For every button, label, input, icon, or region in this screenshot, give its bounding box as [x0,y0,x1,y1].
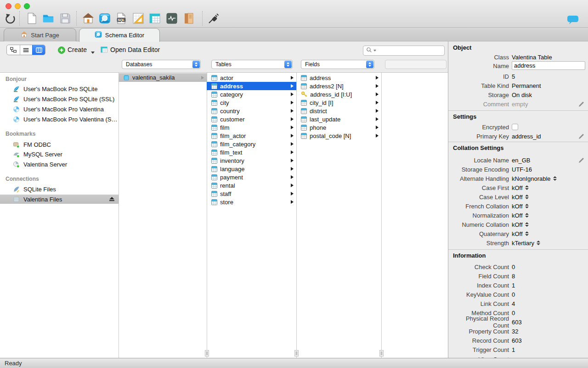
table-row-film-text[interactable]: film_text [207,148,296,156]
field-row-address-id[interactable]: address_id [I:U] [296,90,381,98]
schema-editor-icon[interactable] [99,12,111,24]
table-row-film-actor[interactable]: film_actor [207,132,296,140]
case-level-dropdown[interactable]: Case LevelkOff [448,192,588,201]
edit-pencil-icon[interactable] [578,133,584,141]
table-row-film[interactable]: film [207,123,296,132]
table-icon [211,92,217,98]
table-row-language[interactable]: language [207,165,296,173]
open-folder-icon[interactable] [42,12,54,24]
table-row-country[interactable]: country [207,107,296,115]
undo-icon[interactable] [5,12,17,24]
sidebar-item-mysql-server[interactable]: MySQL Server [0,150,119,159]
table-row-store[interactable]: store [207,198,296,206]
sidebar-item-valentina-bonjour[interactable]: User's MacBook Pro Valentina [0,104,119,114]
toolbar-separator [202,11,203,26]
sidebar-item-fm-odbc[interactable]: FM ODBC [0,140,119,149]
close-window-button[interactable] [6,3,11,9]
tab-start-page[interactable]: Start Page [4,28,76,41]
alternate-handling-dropdown[interactable]: Alternate HandlingkNonIgnorable [448,174,588,183]
key-icon [301,91,307,98]
list-view-button[interactable] [20,45,33,55]
field-icon [301,133,307,139]
sidebar-item-sqlite-files[interactable]: SQLite Files [0,184,119,194]
tables-kind-dropdown[interactable]: Tables [211,60,293,69]
id-label: ID [448,73,512,80]
edit-pencil-icon[interactable] [578,101,584,109]
sidebar-item-sqlite-ssl-bonjour[interactable]: User's MacBook Pro SQLite (SSL) [0,94,119,104]
search-options-caret[interactable] [373,50,376,52]
field-row-postal-code[interactable]: postal_code [N] [296,132,381,140]
numeric-collation-dropdown[interactable]: Numeric CollationkOff [448,220,588,229]
column-resize-grip[interactable] [294,350,299,356]
table-row-category[interactable]: category [207,90,296,98]
home-icon[interactable] [82,12,94,24]
zoom-window-button[interactable] [24,3,30,9]
table-icon [211,174,217,180]
column-resize-grip[interactable] [205,350,209,356]
databases-kind-dropdown[interactable]: Databases [122,60,201,69]
table-icon[interactable] [149,12,161,24]
field-row-address2[interactable]: address2 [N] [296,82,381,90]
record-count-label: Record Count [448,337,512,344]
column-resize-grip[interactable] [379,350,384,356]
table-row-inventory[interactable]: inventory [207,156,296,165]
table-row-actor[interactable]: actor [207,74,296,82]
table-row-city[interactable]: city [207,98,296,107]
column-view-button[interactable] [32,45,45,55]
chat-bubble-icon[interactable] [567,14,579,26]
create-button[interactable]: Create [68,45,87,55]
sidebar-item-valentina-files[interactable]: Valentina Files [0,195,119,204]
valentina-bonjour-icon [13,106,20,113]
sql-document-icon[interactable]: SQL [115,12,127,24]
fields-kind-dropdown[interactable]: Fields [301,60,374,69]
table-row-film-category[interactable]: film_category [207,140,296,148]
name-field[interactable] [512,61,585,70]
tab-label: Start Page [31,32,59,39]
field-row-phone[interactable]: phone [296,123,381,132]
sidebar-item-valentina-server[interactable]: Valentina Server [0,160,119,169]
edit-pencil-icon[interactable] [578,157,584,165]
search-input[interactable] [363,46,445,56]
table-row-payment[interactable]: payment [207,173,296,181]
eject-icon[interactable] [109,196,115,203]
field-row-address[interactable]: address [296,74,381,82]
field-row-city-id[interactable]: city_id [I] [296,98,381,107]
create-plus-icon[interactable] [58,46,65,55]
tree-view-button[interactable] [7,45,20,55]
quaternary-dropdown[interactable]: QuaternarykOff [448,229,588,238]
field-icon [301,83,307,89]
database-icon [123,75,130,81]
table-row-customer[interactable]: customer [207,115,296,123]
case-first-dropdown[interactable]: Case FirstkOff [448,183,588,192]
minimize-window-button[interactable] [15,3,21,9]
tab-schema-editor[interactable]: Schema Editor [79,28,160,42]
disclosure-arrow-icon [376,134,379,138]
table-row-address[interactable]: address [207,82,296,90]
encrypted-checkbox[interactable] [512,124,518,130]
log-book-icon[interactable] [183,12,195,24]
sidebar-item-sqlite-bonjour[interactable]: User's MacBook Pro SQLite [0,84,119,93]
sidebar-item-valentina-ssl-bonjour[interactable]: User's MacBook Pro Valentina (S… [0,115,119,124]
normalization-value: kOff [512,212,523,219]
field-row-district[interactable]: district [296,107,381,115]
alternate-handling-value: kNonIgnorable [512,175,551,182]
table-name: inventory [220,157,244,164]
connect-plug-icon[interactable] [208,12,220,24]
data-editor-table-icon[interactable] [100,46,108,55]
server-monitor-icon[interactable] [166,12,178,24]
table-row-staff[interactable]: staff [207,190,296,198]
table-row-rental[interactable]: rental [207,181,296,190]
new-document-icon[interactable] [26,12,38,24]
strength-dropdown[interactable]: StrengthkTertiary [448,238,588,247]
open-data-editor-button[interactable]: Open Data Editor [110,45,160,55]
normalization-dropdown[interactable]: NormalizationkOff [448,211,588,220]
database-row-valentina-sakila[interactable]: valentina_sakila [119,73,207,82]
save-icon[interactable] [59,12,71,24]
french-collation-dropdown[interactable]: French CollationkOff [448,201,588,211]
dropdown-label: Fields [305,61,320,68]
table-icon [211,75,217,81]
field-row-last-update[interactable]: last_update [296,115,381,123]
updown-chevron-icon [525,204,529,208]
diagram-ruler-icon[interactable] [132,12,144,24]
create-menu-caret[interactable] [91,52,95,54]
